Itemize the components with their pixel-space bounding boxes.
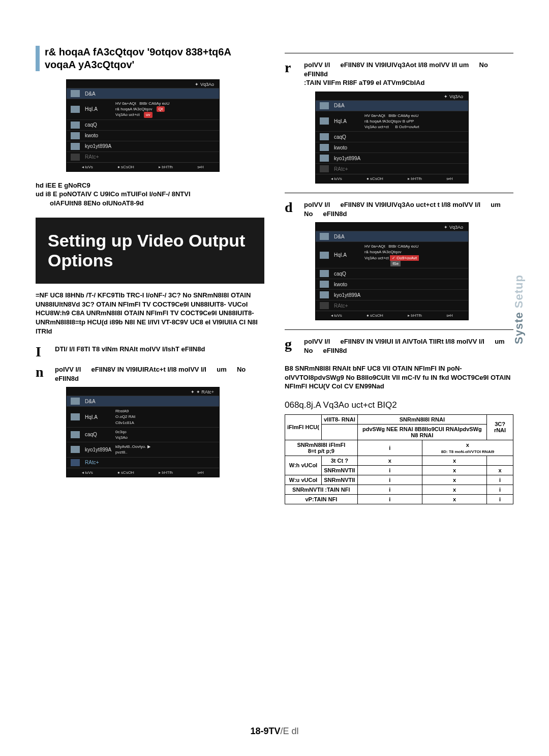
menu-icon [71,106,80,113]
step-text: poIVV I/I eFIIN8V IN VI9IUIVq3Aot I/I8 m… [304,61,513,87]
th [321,424,357,440]
page-footer: 18-9TV/E dl [0,726,549,737]
cell: x8D: T8 moN-oIVVTOI RNAI9 [422,440,513,456]
cell: i [487,485,513,494]
step-num: g [285,337,299,355]
menu-item: kyo1yt899A [67,141,219,152]
txt: Vq3Ao uct+ct B Oo9+ovAvt [364,125,419,129]
hint: s▪H [446,176,453,181]
step-text: poIVV I/I eFIIN8V IN VI9IUIVq3Ao uct+ct … [304,200,513,218]
osd-menu-1: Vq3Ao D&A HqI.A HV 0a+AQt BtBr CAtiAy eo… [66,79,220,172]
menu-icon [320,291,329,298]
cell: x [357,456,422,465]
opt: Vq3Ao [115,435,128,440]
menu-item: RAtc+ [316,300,468,311]
menu-item: caqQ [316,131,468,142]
opt: 0c3qo [115,430,127,434]
txt: poIVV I/I eFIIN8V IN VI9IUIVq3Aot I/I8 m… [304,61,497,78]
menu-item: HqI.A HV 0a+AQt BtBr CAtiAy eoU r& hoqaA… [67,99,219,119]
txt: :TAIN VIIFm RI8F aT99 eI ATVm9CbIAd [304,79,424,86]
cell: x [487,465,513,475]
step-I: I DTI/ I/I F8TI T8 vINm RNAIt moIVV I/Is… [36,345,264,359]
menu-item: RAtc+ [67,152,219,162]
menu-icon [71,122,80,129]
menu-label: RAtc+ [334,166,364,172]
menu-item: RAtc+ [67,457,219,468]
pill: Qt [157,106,165,112]
hint: s▪H [197,470,204,475]
txt: Vq3Ao uct+ct [115,112,140,117]
hint: ◂ iuVs [331,176,342,181]
step-num: r [285,61,299,87]
hi: ✓ Oo9+ovAvt [390,255,419,261]
menu-icon [320,155,329,162]
menu-label: HqI.A [334,252,364,258]
osd-menu-4: Vq3Ao D&A HqI.A HV 0a+AQt BtBr CAtiAy eo… [315,222,469,320]
opt: O.oQ2 RAt [115,414,135,419]
table-subhead: 068q.8j.A Vq3Ao uct+ct BIQ2 [285,400,513,410]
menu-label: HqI.A [85,414,115,420]
menu-label: D&A [334,234,364,239]
side-tab-bottom: Setup [512,275,525,308]
menu-icon [71,132,80,139]
txt: hd iEE E gNoRC9 [36,182,90,189]
menu-icon [320,165,329,172]
hint: ▸ bHTfh [159,165,173,169]
step-text: poIVV I/I eFIIN8V IN VI9IUIRAtc+t I/I8 m… [55,365,264,383]
cell: i [357,475,422,485]
menu-content: HV 0a+AQt BtBr CAtiAy eoU r& hoqaA fA3cQ… [364,113,464,130]
cell: i [357,485,422,494]
menu-label: RAtc+ [85,460,115,465]
hint: ▸ bHTfh [408,313,422,318]
cell: i [357,494,422,504]
side-tab: Syste Setup [512,275,526,344]
menu-item: HqI.A HV 0a+AQt BtBr CAtiAy eoU r& hoqaA… [316,111,468,132]
step-num: n [36,365,50,383]
step-r: r poIVV I/I eFIIN8V IN VI9IUIVq3Aot I/I8… [285,61,513,87]
menu-label: caqQ [85,122,115,128]
footer-bold: 18-9TV [250,726,280,736]
menu-icon [320,281,329,288]
footer-light: /E dl [281,726,299,736]
menu-footer: ◂ iuVs ● sCsOH ▸ bHTfh s▪H [67,162,219,171]
menu-label: HqI.A [85,106,115,112]
cell: W:u vUCoI [285,475,322,485]
hi: fSe [390,261,401,266]
cell: x [422,465,486,475]
hint: ▸ bHTfh [159,470,173,475]
menu-icon [71,446,80,453]
txt: HV 0a+AQt [115,101,136,106]
menu-icon [320,233,329,240]
side-tab-top: Syste [512,312,525,344]
menu-label: kyo1yt899A [334,156,364,161]
opt: k8yAvt8..Oovtyo. [115,444,146,449]
left-section-title: r& hoqaA fA3cQtqov '9otqov 838+tq6A voqa… [36,46,264,71]
divider [285,193,513,193]
txt: Vq3Ao uct+ct [364,256,389,260]
menu-label: kyo1yt899A [334,292,364,298]
cell: 3t Ct ? [321,456,357,465]
menu-item: kyo1yt899A [316,153,468,163]
cell [487,456,513,465]
menu-label: kwoto [85,133,115,138]
hint: ◂ iuVs [82,165,93,169]
menu-topbar: ✦ RAtc+ [67,387,219,396]
step-text: poIVV I/I eFIIN8V IN VI9IUI I/I AIVToIA … [304,337,513,355]
menu-item: D&A [316,100,468,111]
txt: x [466,442,469,448]
menu-label: RAtc+ [334,303,364,309]
step-g: g poIVV I/I eFIIN8V IN VI9IUI I/I AIVToI… [285,337,513,355]
spec-table: iFlmFl HCU( vIIIT8- RNAI SNRmN8I8I RNAI … [285,414,513,504]
menu-icon [71,154,80,161]
menu-item: D&A [67,396,219,406]
th: iFlmFl HCU( [285,414,322,440]
hint: ◂ iuVs [82,470,93,475]
table-row: W:h vUCoI 3t Ct ? x x [285,456,513,465]
opt: RbstA9 [115,409,129,413]
opt: pvzt8.. [115,450,128,455]
th: vIIIT8- RNAI [321,414,357,424]
table-row: SNRmNVTII :TAIN NFl i x i [285,485,513,494]
step-n: n poIVV I/I eFIIN8V IN VI9IUIRAtc+t I/I8… [36,365,264,383]
cell: i [357,440,422,456]
hint: ◂ iuVs [331,313,342,318]
